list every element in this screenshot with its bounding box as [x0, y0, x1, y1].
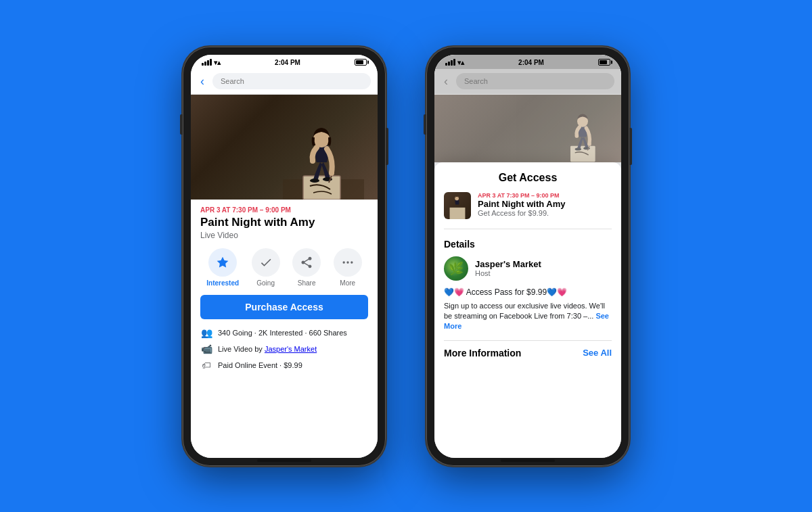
- host-text: Live Video by Jasper's Market: [218, 345, 317, 353]
- get-access-modal: Get Access APR 3 AT 7:30 PM – 9:00 PM: [434, 162, 621, 458]
- more-dots-icon: [341, 256, 355, 269]
- share-icon-circle: [292, 248, 321, 277]
- home-indicator-2: [501, 459, 555, 462]
- svg-point-7: [310, 158, 315, 164]
- battery-fill-2: [600, 60, 607, 64]
- price-text: Paid Online Event · $9.99: [218, 361, 302, 369]
- going-button[interactable]: Going: [252, 248, 280, 287]
- price-row: 🏷 Paid Online Event · $9.99: [200, 360, 368, 371]
- status-right-2: [598, 59, 610, 66]
- svg-rect-12: [570, 145, 595, 161]
- svg-point-15: [587, 142, 591, 145]
- back-button-2[interactable]: ‹: [441, 73, 451, 90]
- signal-bar-2-1: [445, 63, 447, 66]
- stats-text: 340 Going · 2K Interested · 660 Shares: [218, 329, 347, 337]
- wifi-icon-1: ▾▴: [214, 59, 221, 66]
- phone-2-screen-container: ▾▴ 2:04 PM ‹: [434, 55, 621, 458]
- host-link[interactable]: Jasper's Market: [265, 345, 317, 353]
- clock-1: 2:04 PM: [275, 59, 300, 66]
- status-left-2: ▾▴: [445, 59, 464, 66]
- event-date-1: APR 3 AT 7:30 PM – 9:00 PM: [200, 206, 368, 214]
- modal-description: Sign up to access our exclusive live vid…: [444, 301, 612, 332]
- access-pass-row: 💙💗 Access Pass for $9.99💙💗: [444, 287, 612, 297]
- more-button[interactable]: More: [334, 248, 362, 287]
- description-text: Sign up to access our exclusive live vid…: [444, 302, 605, 320]
- event-title-1: Paint Night with Amy: [200, 216, 368, 229]
- modal-event-access: Get Access for $9.99.: [478, 209, 612, 217]
- modal-event-thumbnail: [444, 192, 471, 219]
- share-button[interactable]: Share: [292, 248, 321, 287]
- stats-row: 👥 340 Going · 2K Interested · 660 Shares: [200, 327, 368, 338]
- event-image-bg-2: [434, 95, 621, 162]
- svg-point-9: [342, 261, 344, 263]
- access-pass-text: 💙💗 Access Pass for $9.99💙💗: [444, 287, 567, 297]
- status-right-1: [355, 59, 367, 66]
- signal-bar-4: [210, 59, 212, 66]
- more-info-label: More Information: [444, 348, 521, 358]
- host-role: Host: [475, 269, 541, 277]
- search-input-2[interactable]: [456, 73, 614, 89]
- clock-2: 2:04 PM: [518, 59, 544, 66]
- more-icon-circle: [334, 248, 362, 277]
- share-label: Share: [298, 279, 316, 287]
- signal-bar-2-3: [451, 60, 453, 66]
- modal-event-title: Paint Night with Amy: [478, 199, 612, 209]
- ticket-icon: 🏷: [200, 360, 212, 371]
- phone-1-screen: ▾▴ 2:04 PM ‹: [191, 55, 378, 458]
- event-subtitle-1: Live Video: [200, 231, 368, 240]
- wifi-icon-2: ▾▴: [457, 59, 464, 66]
- modal-event-date: APR 3 AT 7:30 PM – 9:00 PM: [478, 192, 612, 199]
- signal-bar-2-4: [453, 59, 455, 66]
- painter-illustration: [283, 105, 364, 200]
- search-input-1[interactable]: [212, 73, 371, 89]
- phone-1: ▾▴ 2:04 PM ‹: [183, 47, 386, 466]
- home-indicator-1: [257, 459, 311, 462]
- interested-button[interactable]: Interested: [206, 248, 239, 287]
- battery-fill-1: [356, 60, 363, 64]
- painter-illustration-2: [557, 98, 611, 162]
- share-icon: [300, 256, 313, 269]
- back-button-1[interactable]: ‹: [198, 73, 207, 90]
- svg-rect-1: [303, 176, 340, 200]
- modal-thumb-illustration: [444, 192, 471, 219]
- host-info: Jasper's Market Host: [475, 259, 541, 277]
- status-left-1: ▾▴: [202, 59, 221, 66]
- interested-label: Interested: [206, 279, 239, 287]
- check-icon: [259, 256, 273, 269]
- phone-2: ▾▴ 2:04 PM ‹: [426, 47, 629, 466]
- more-label: More: [340, 279, 355, 287]
- modal-host-row: 🌿 Jasper's Market Host: [444, 256, 612, 281]
- modal-event-row: APR 3 AT 7:30 PM – 9:00 PM Paint Night w…: [444, 192, 612, 229]
- status-bar-1: ▾▴ 2:04 PM: [191, 55, 378, 69]
- svg-point-17: [575, 134, 579, 137]
- interested-icon-circle: [208, 248, 237, 277]
- people-icon: 👥: [200, 327, 212, 338]
- video-icon: 📹: [200, 344, 212, 354]
- star-icon: [216, 256, 229, 269]
- host-avatar: 🌿: [444, 256, 468, 281]
- status-bar-2: ▾▴ 2:04 PM: [434, 55, 621, 69]
- signal-bar-2-2: [448, 62, 450, 66]
- see-all-link[interactable]: See All: [583, 348, 612, 358]
- battery-icon-2: [598, 59, 610, 66]
- event-details-1: APR 3 AT 7:30 PM – 9:00 PM Paint Night w…: [191, 200, 378, 458]
- phone-2-screen: ▾▴ 2:04 PM ‹: [434, 55, 621, 458]
- host-name: Jasper's Market: [475, 259, 541, 269]
- svg-rect-19: [450, 207, 466, 218]
- svg-point-5: [329, 170, 334, 176]
- signal-bar-3: [207, 60, 209, 66]
- modal-event-info: APR 3 AT 7:30 PM – 9:00 PM Paint Night w…: [478, 192, 612, 219]
- action-row-1: Interested Going: [200, 248, 368, 287]
- phone-1-screen-container: ▾▴ 2:04 PM ‹: [191, 55, 378, 458]
- more-information-row: More Information See All: [444, 340, 612, 358]
- host-row: 📹 Live Video by Jasper's Market: [200, 344, 368, 354]
- event-scene-1: [191, 95, 378, 200]
- svg-point-13: [575, 147, 581, 150]
- details-section-title: Details: [444, 239, 612, 250]
- going-label: Going: [256, 279, 275, 287]
- battery-icon-1: [355, 59, 367, 66]
- signal-bar-1: [202, 63, 204, 66]
- search-bar-2: ‹: [434, 69, 621, 95]
- svg-point-11: [351, 261, 353, 263]
- purchase-access-button[interactable]: Purchase Access: [200, 295, 368, 319]
